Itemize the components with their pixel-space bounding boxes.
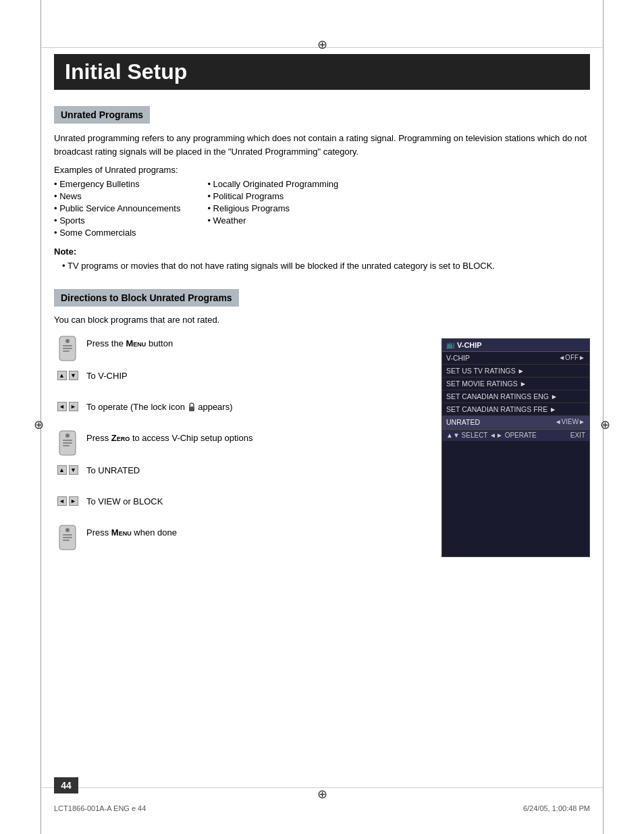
- instruction-row-4: Press Zero to access V-Chip setup option…: [54, 430, 428, 456]
- instruction-text-4: Press Zero to access V-Chip setup option…: [86, 430, 428, 445]
- vchip-title-bar: 📺 V-CHIP: [442, 339, 589, 352]
- updown-arrows-icon-2: ▲ ▼: [54, 463, 81, 475]
- right-crosshair-icon: ⊕: [600, 417, 610, 432]
- examples-list-right: Locally Originated Programming Political…: [207, 179, 338, 240]
- note-text: TV programs or movies that do not have r…: [54, 259, 590, 273]
- instructions-list: Press the Menu button ▲ ▼ To V-CHIP: [54, 336, 428, 557]
- svg-point-12: [65, 528, 70, 532]
- list-item: Emergency Bulletins: [54, 179, 180, 189]
- examples-list: Emergency Bulletins News Public Service …: [54, 179, 590, 240]
- instruction-text-6: To VIEW or BLOCK: [86, 494, 428, 509]
- list-item: Political Programs: [207, 191, 338, 201]
- tv-icon: 📺: [446, 341, 454, 348]
- leftright-arrows-icon-1: ◄ ►: [54, 399, 81, 411]
- vchip-item-us-tv: SET US TV RATINGS ►: [442, 365, 589, 377]
- unrated-programs-heading: Unrated Programs: [54, 106, 150, 124]
- svg-point-1: [65, 339, 70, 343]
- instruction-row-2: ▲ ▼ To V-CHIP: [54, 368, 428, 392]
- svg-rect-8: [63, 440, 72, 441]
- svg-rect-13: [63, 534, 72, 536]
- svg-rect-14: [63, 537, 72, 538]
- remote-icon-2: [54, 430, 81, 456]
- unrated-intro: Unrated programming refers to any progra…: [54, 132, 590, 158]
- page-number: 44: [54, 777, 78, 793]
- instruction-text-5: To UNRATED: [86, 463, 428, 477]
- footer: LCT1866-001A-A ENG e 44 6/24/05, 1:00:48…: [54, 804, 590, 812]
- remote-icon-1: [54, 336, 81, 361]
- instruction-text-3: To operate (The lock icon appears): [86, 399, 428, 414]
- note-label: Note:: [54, 246, 590, 257]
- svg-rect-2: [63, 345, 72, 346]
- list-item: Some Commercials: [54, 228, 180, 238]
- list-item: News: [54, 191, 180, 201]
- remote-icon-3: [54, 525, 81, 550]
- vchip-item-movie: SET MOVIE RATINGS ►: [442, 377, 589, 390]
- directions-section: Directions to Block Unrated Programs You…: [54, 289, 590, 557]
- list-item: Public Service Announcements: [54, 203, 180, 213]
- list-item: Weather: [207, 215, 338, 226]
- list-item: Religious Programs: [207, 203, 338, 213]
- page-title: Initial Setup: [54, 54, 590, 90]
- vchip-ui-panel: 📺 V-CHIP V-CHIP ◄OFF► SET US TV RATINGS …: [441, 338, 590, 557]
- main-content: Initial Setup Unrated Programs Unrated p…: [54, 0, 590, 557]
- instruction-row-7: Press Menu when done: [54, 525, 428, 550]
- list-item: Locally Originated Programming: [207, 179, 338, 189]
- instruction-row-5: ▲ ▼ To UNRATED: [54, 463, 428, 487]
- vchip-item-canadian-fre: SET CANADIAN RATINGS FRE ►: [442, 403, 589, 416]
- instruction-text-2: To V-CHIP: [86, 368, 428, 383]
- footer-left: LCT1866-001A-A ENG e 44: [54, 804, 146, 812]
- examples-label: Examples of Unrated programs:: [54, 165, 590, 175]
- bottom-crosshair-icon: ⊕: [317, 787, 327, 802]
- leftright-arrows-icon-2: ◄ ►: [54, 494, 81, 506]
- directions-heading: Directions to Block Unrated Programs: [54, 289, 239, 307]
- vchip-item-vchip: V-CHIP ◄OFF►: [442, 352, 589, 365]
- list-item: Sports: [54, 215, 180, 226]
- vchip-title: V-CHIP: [457, 341, 482, 349]
- examples-list-left: Emergency Bulletins News Public Service …: [54, 179, 180, 240]
- vchip-item-unrated: UNRATED ◄VIEW►: [442, 416, 589, 429]
- instruction-row-3: ◄ ► To operate (The lock icon appears): [54, 399, 428, 423]
- updown-arrows-icon-1: ▲ ▼: [54, 368, 81, 380]
- note-section: Note: TV programs or movies that do not …: [54, 246, 590, 273]
- instruction-text-1: Press the Menu button: [86, 336, 428, 350]
- vchip-footer-exit: EXIT: [570, 432, 585, 439]
- vchip-item-canadian-eng: SET CANADIAN RATINGS ENG ►: [442, 390, 589, 403]
- svg-rect-3: [63, 348, 72, 349]
- top-crosshair-icon: ⊕: [317, 37, 327, 52]
- instruction-text-7: Press Menu when done: [86, 525, 428, 540]
- svg-rect-4: [63, 350, 70, 352]
- svg-rect-15: [63, 540, 70, 541]
- instruction-row-6: ◄ ► To VIEW or BLOCK: [54, 494, 428, 518]
- svg-rect-5: [189, 407, 194, 411]
- svg-rect-9: [63, 442, 72, 444]
- instructions-area: Press the Menu button ▲ ▼ To V-CHIP: [54, 336, 590, 557]
- unrated-programs-section: Unrated Programs Unrated programming ref…: [54, 106, 590, 273]
- vchip-footer-select: ▲▼ SELECT ◄► OPERATE: [446, 432, 537, 439]
- directions-intro: You can block programs that are not rate…: [54, 315, 590, 325]
- svg-point-7: [65, 434, 70, 438]
- vchip-footer: ▲▼ SELECT ◄► OPERATE EXIT: [442, 429, 589, 441]
- svg-rect-10: [63, 445, 70, 446]
- footer-right: 6/24/05, 1:00:48 PM: [523, 804, 590, 812]
- instruction-row-1: Press the Menu button: [54, 336, 428, 361]
- left-crosshair-icon: ⊕: [34, 417, 44, 432]
